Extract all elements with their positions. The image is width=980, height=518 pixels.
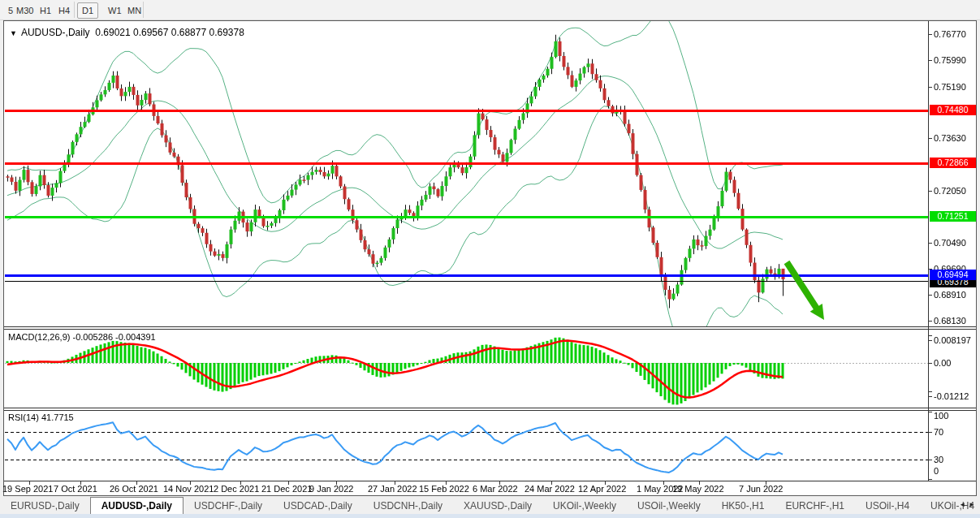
date-label: 14 Nov 2021 xyxy=(163,484,214,494)
price-tick-label: 0.75190 xyxy=(934,82,966,92)
chart-menu-arrow-icon[interactable]: ▼ xyxy=(10,29,17,37)
date-label: 26 Oct 2021 xyxy=(110,484,158,494)
tab-hk50-h1[interactable]: HK50-,H1 xyxy=(711,497,775,514)
ohlc-low: 0.68877 xyxy=(171,27,206,38)
tab-scroll-left-icon[interactable]: ◄ xyxy=(959,501,969,508)
macd-value-main: -0.005286 xyxy=(72,332,113,342)
macd-name: MACD(12,26,9) xyxy=(8,332,70,342)
chart-title: ▼AUDUSD-,Daily 0.69021 0.69567 0.68877 0… xyxy=(10,27,244,38)
macd-label: MACD(12,26,9) -0.005286 -0.004391 xyxy=(8,332,156,342)
price-tick-label: 0.75990 xyxy=(934,55,966,65)
date-label: 7 Oct 2021 xyxy=(54,484,97,494)
macd-value-signal: -0.004391 xyxy=(115,332,156,342)
rsi-axis-70: 70 xyxy=(934,427,943,437)
rsi-label: RSI(14) 41.7715 xyxy=(8,412,74,422)
tab-audusd-daily[interactable]: AUDUSD-,Daily xyxy=(90,497,183,514)
price-tick-label: 0.70490 xyxy=(934,238,966,248)
date-label: 24 Mar 2022 xyxy=(525,484,575,494)
date-label: 12 Apr 2022 xyxy=(578,484,626,494)
tab-usdcnh-daily[interactable]: USDCNH-,Daily xyxy=(363,497,453,514)
macd-axis-min: -0.01212 xyxy=(934,391,969,401)
price-tick-label: 0.68130 xyxy=(934,316,966,326)
rsi-value: 41.7715 xyxy=(41,412,74,422)
tab-xauusd-daily[interactable]: XAUUSD-,Daily xyxy=(453,497,542,514)
date-label: 2 Dec 2021 xyxy=(214,484,259,494)
price-tick-label: 0.68910 xyxy=(934,290,966,300)
ohlc-open: 0.69021 xyxy=(95,27,130,38)
tab-scroll-arrows[interactable]: ◄► xyxy=(959,501,978,508)
chart-symbol-label: AUDUSD-,Daily xyxy=(21,27,90,38)
price-tick-label: 0.76770 xyxy=(934,29,966,39)
symbol-tab-bar: EURUSD-,DailyAUDUSD-,DailyUSDCHF-,DailyU… xyxy=(0,497,980,514)
date-label: 15 Feb 2022 xyxy=(419,484,469,494)
tab-usoil-weekly[interactable]: USOil-,Weekly xyxy=(627,497,711,514)
macd-axis-max: 0.008197 xyxy=(934,335,971,345)
rsi-axis-0: 0 xyxy=(934,466,939,476)
tab-usoil-h4[interactable]: USOil-,H4 xyxy=(855,497,920,514)
date-label: 19 Sep 2021 xyxy=(2,484,53,494)
date-label: 21 Dec 2021 xyxy=(261,484,312,494)
ohlc-high: 0.69567 xyxy=(133,27,168,38)
macd-axis-zero: 0.00 xyxy=(934,358,951,368)
tab-ukoil-weekly[interactable]: UKOil-,Weekly xyxy=(542,497,627,514)
date-label: 27 Jan 2022 xyxy=(368,484,417,494)
tab-usdcad-daily[interactable]: USDCAD-,Daily xyxy=(273,497,363,514)
rsi-name: RSI(14) xyxy=(8,412,39,422)
tab-eurusd-daily[interactable]: EURUSD-,Daily xyxy=(0,497,90,514)
date-label: 6 Mar 2022 xyxy=(473,484,518,494)
price-tick-label: 0.72050 xyxy=(934,186,966,196)
tab-eurchf-h1[interactable]: EURCHF-,H1 xyxy=(775,497,855,514)
price-tick-label: 0.73630 xyxy=(934,133,966,143)
level-price-badge: 0.72866 xyxy=(930,158,976,168)
rsi-axis-30: 30 xyxy=(934,455,943,464)
level-price-badge: 0.69494 xyxy=(930,270,976,280)
tab-scroll-right-icon[interactable]: ► xyxy=(969,501,978,508)
ohlc-close: 0.69378 xyxy=(209,27,244,38)
date-label: 19 May 2022 xyxy=(672,484,724,494)
main-chart-canvas[interactable] xyxy=(0,0,980,518)
date-label: 7 Jun 2022 xyxy=(739,484,783,494)
tab-usdchf-daily[interactable]: USDCHF-,Daily xyxy=(183,497,273,514)
mt4-window: 5M30H1H4D1W1MN ▼AUDUSD-,Daily 0.69021 0.… xyxy=(0,0,980,518)
date-label: 9 Jan 2022 xyxy=(309,484,353,494)
level-price-badge: 0.74480 xyxy=(930,105,976,115)
rsi-axis-100: 100 xyxy=(934,411,948,421)
level-price-badge: 0.71251 xyxy=(930,211,976,222)
